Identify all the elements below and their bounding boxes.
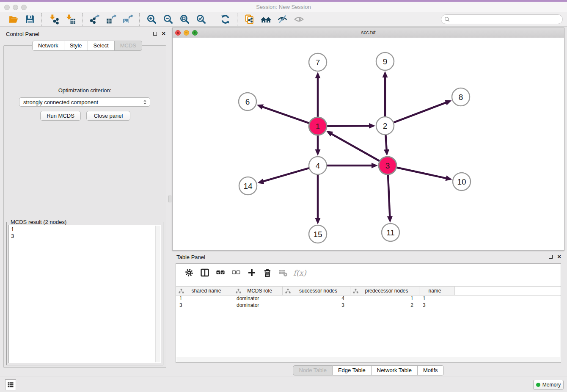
close-panel-icon[interactable]: × — [162, 31, 165, 35]
table-hscrollbar[interactable] — [176, 357, 560, 362]
search-input[interactable] — [450, 15, 562, 24]
optimization-criterion-select[interactable]: strongly connected component — [19, 97, 150, 107]
tab-edge-table[interactable]: Edge Table — [333, 365, 372, 375]
search-field[interactable] — [441, 14, 563, 24]
table-cell: dominator — [233, 295, 283, 302]
column-header-label: successor nodes — [292, 288, 348, 294]
edge-arrowhead — [384, 149, 389, 156]
homes-icon — [261, 14, 271, 25]
edge-3-1[interactable] — [331, 134, 380, 161]
delete-columns-button[interactable] — [259, 265, 275, 280]
float-table-panel-icon[interactable] — [549, 255, 553, 259]
import-network-button[interactable] — [46, 13, 62, 26]
tab-network-table[interactable]: Network Table — [372, 365, 418, 375]
table-row[interactable]: 1dominator411 — [176, 295, 561, 302]
export-network-button[interactable] — [86, 13, 103, 26]
table-cell: 1 — [176, 295, 233, 302]
tab-mcds[interactable]: MCDS — [115, 41, 142, 51]
column-header-predecessor-nodes[interactable]: predecessor nodes — [350, 287, 419, 295]
zoom-selected-region-button[interactable] — [193, 13, 209, 26]
show-columns-button[interactable] — [197, 265, 212, 280]
export-image-button[interactable] — [119, 13, 136, 26]
splitter-grip[interactable] — [168, 196, 171, 202]
column-header-shared-name[interactable]: shared name — [176, 287, 233, 295]
edge-arrowhead — [369, 123, 375, 129]
unselect-all-columns-button[interactable] — [228, 265, 244, 280]
edge-arrowhead — [315, 218, 321, 224]
tab-motifs[interactable]: Motifs — [418, 365, 444, 375]
hierarchy-icon — [236, 288, 241, 294]
create-column-button[interactable] — [244, 265, 259, 280]
zoom-out-button[interactable] — [160, 13, 176, 26]
edge-arrowhead — [445, 100, 451, 105]
save-session-button[interactable] — [22, 13, 38, 26]
open-session-button[interactable] — [5, 13, 22, 26]
mcds-result-group: MCDS result (2 nodes) 13 — [6, 222, 163, 365]
network-window-titlebar[interactable]: × − + scc.txt — [173, 28, 564, 38]
network-window: × − + scc.txt 7968124314101511 — [172, 28, 564, 251]
selected-option: strongly connected component — [19, 99, 142, 105]
mcds-result-text[interactable]: 13 — [8, 225, 161, 363]
column-header-MCDS-role[interactable]: MCDS role — [233, 287, 283, 295]
tab-node-table[interactable]: Node Table — [293, 365, 333, 375]
select-all-icon — [216, 268, 225, 277]
column-header-label: MCDS role — [243, 288, 281, 294]
hide-selected-button[interactable] — [274, 13, 291, 26]
delete-table-icon — [278, 268, 288, 277]
table-cell: 2 — [350, 302, 419, 309]
delete-table-button — [275, 265, 291, 280]
node-label-11: 11 — [386, 228, 395, 237]
node-label-4: 4 — [316, 161, 320, 170]
first-neighbors-button[interactable] — [258, 13, 274, 26]
task-history-button[interactable] — [5, 379, 16, 390]
run-mcds-button[interactable]: Run MCDS — [40, 111, 81, 121]
node-label-9: 9 — [383, 57, 388, 66]
select-stepper-icon — [142, 99, 148, 106]
zoom-fit-content-button[interactable] — [176, 13, 193, 26]
tab-select[interactable]: Select — [88, 41, 115, 51]
export-image-icon — [122, 14, 133, 25]
tab-style[interactable]: Style — [64, 41, 88, 51]
edge-4-14[interactable] — [263, 168, 309, 182]
edge-2-3[interactable] — [385, 135, 386, 150]
window-title: Session: New Session — [0, 4, 567, 10]
hierarchy-icon — [179, 288, 184, 294]
toolbar-separator — [82, 13, 83, 26]
network-canvas[interactable]: 7968124314101511 — [173, 38, 564, 250]
table-options-button[interactable] — [181, 265, 197, 280]
memory-button[interactable]: Memory — [533, 380, 564, 390]
clone-network-button[interactable] — [241, 13, 258, 26]
apply-layout-button[interactable] — [217, 13, 234, 26]
tab-network[interactable]: Network — [32, 41, 64, 51]
table-cell: 1 — [350, 295, 419, 302]
zoom-in-button[interactable] — [143, 13, 160, 26]
zoom-in-icon — [146, 14, 157, 25]
table-cell: 3 — [283, 302, 350, 309]
column-header-successor-nodes[interactable]: successor nodes — [283, 287, 350, 295]
show-eye-icon — [294, 14, 304, 25]
export-network-icon — [89, 14, 100, 25]
zoom-out-icon — [163, 14, 173, 25]
edge-1-2[interactable] — [327, 126, 370, 126]
edge-2-8[interactable] — [394, 102, 447, 123]
edge-3-11[interactable] — [388, 174, 390, 217]
import-table-button[interactable] — [62, 13, 79, 26]
function-builder-button: f(x) — [293, 268, 306, 277]
table-row[interactable]: 3dominator323 — [176, 302, 561, 309]
import-table-icon — [65, 14, 76, 25]
refresh-icon — [220, 14, 231, 25]
close-panel-button[interactable]: Close panel — [86, 111, 130, 121]
titlebar: Session: New Session — [0, 2, 567, 12]
close-table-panel-icon[interactable]: × — [557, 254, 561, 258]
edge-3-10[interactable] — [396, 167, 447, 178]
column-header-label: name — [421, 288, 453, 294]
column-header-name[interactable]: name — [419, 287, 455, 295]
select-all-columns-button[interactable] — [212, 265, 228, 280]
node-label-1: 1 — [316, 122, 320, 131]
table-cell: 1 — [419, 295, 455, 302]
table-toolbar: f(x) — [176, 264, 561, 282]
export-table-button[interactable] — [103, 13, 119, 26]
mcds-scrollbar[interactable] — [155, 226, 160, 362]
float-panel-icon[interactable] — [153, 32, 157, 36]
edge-1-6[interactable] — [262, 107, 309, 123]
